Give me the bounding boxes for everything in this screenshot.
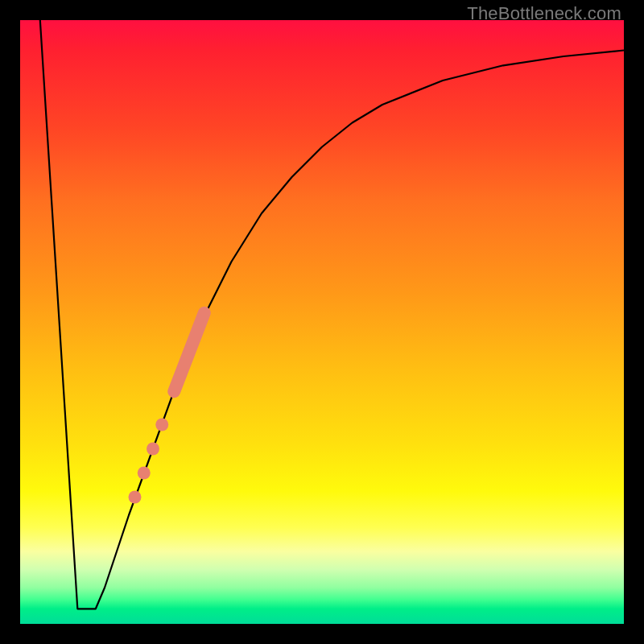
- dot-4: [129, 491, 142, 504]
- thick-segment: [174, 313, 204, 392]
- dot-2: [155, 419, 168, 431]
- chart-svg: [0, 0, 644, 644]
- watermark-text: TheBottleneck.com: [467, 3, 621, 24]
- bottleneck-curve: [40, 20, 624, 609]
- dot-1: [147, 443, 159, 456]
- dot-3: [138, 467, 151, 480]
